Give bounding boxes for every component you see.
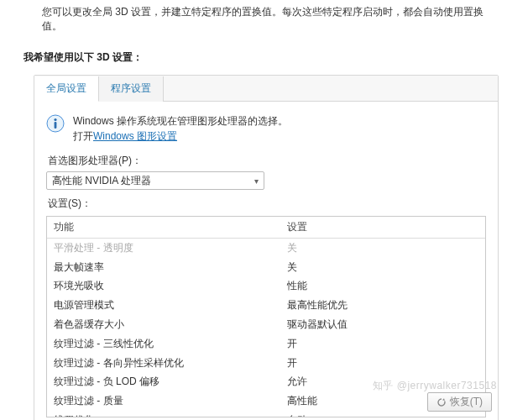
tab-body-global: Windows 操作系统现在管理图形处理器的选择。 打开Windows 图形设置… [34,102,498,420]
tabs: 全局设置 程序设置 [34,76,498,102]
section-heading: 我希望使用以下 3D 设置： [0,45,507,75]
windows-graphics-settings-link[interactable]: Windows 图形设置 [93,130,177,142]
row-feature: 纹理过滤 - 负 LOD 偏移 [54,375,287,389]
col-value: 设置 [287,220,478,234]
restore-button[interactable]: 恢复(T) [427,392,492,412]
row-value: 最高性能优先 [287,298,478,312]
row-feature: 着色器缓存大小 [54,318,287,332]
info-text: Windows 操作系统现在管理图形处理器的选择。 打开Windows 图形设置 [73,113,288,144]
table-row[interactable]: 纹理过滤 - 质量高性能 [47,391,485,411]
row-feature: 最大帧速率 [54,260,287,275]
table-row[interactable]: 纹理过滤 - 三线性优化开 [47,334,485,354]
settings-panel: 全局设置 程序设置 Windows 操作系统现在管理图形处理器的选择。 打开Wi… [34,75,499,420]
row-feature: 平滑处理 - 透明度 [54,241,287,255]
row-feature: 线程优化 [54,413,287,417]
restore-button-label: 恢复(T) [450,395,483,409]
table-row[interactable]: 纹理过滤 - 各向异性采样优化开 [47,354,485,373]
intro-text: 您可以更改全局 3D 设置，并建立特定程序的置换值。每次这些特定程序启动时，都会… [0,0,507,45]
footer: 恢复(T) [427,392,492,412]
info-line1: Windows 操作系统现在管理图形处理器的选择。 [73,113,288,129]
row-value: 开 [287,337,478,351]
col-feature: 功能 [54,220,287,234]
row-value: 关 [287,241,478,255]
tab-program[interactable]: 程序设置 [99,76,164,102]
row-feature: 环境光吸收 [54,279,287,293]
restore-icon [436,397,447,407]
table-row[interactable]: 平滑处理 - 透明度关 [47,239,485,258]
chevron-down-icon: ▾ [254,176,259,186]
info-icon [46,114,65,135]
settings-label: 设置(S)： [48,197,484,211]
preferred-gpu-select[interactable]: 高性能 NVIDIA 处理器 ▾ [46,171,264,190]
info-link-prefix: 打开 [73,130,93,142]
row-feature: 纹理过滤 - 各向异性采样优化 [54,356,287,370]
table-row[interactable]: 线程优化自动 [47,411,485,417]
row-feature: 电源管理模式 [54,298,287,312]
row-value: 驱动器默认值 [287,318,478,332]
row-value: 关 [287,260,478,275]
row-feature: 纹理过滤 - 三线性优化 [54,337,287,351]
table-row[interactable]: 环境光吸收性能 [47,276,485,296]
row-value: 自动 [287,413,478,417]
info-row: Windows 操作系统现在管理图形处理器的选择。 打开Windows 图形设置 [46,113,486,144]
table-row[interactable]: 着色器缓存大小驱动器默认值 [47,315,485,334]
table-row[interactable]: 最大帧速率关 [47,258,485,277]
table-row[interactable]: 电源管理模式最高性能优先 [47,296,485,315]
svg-point-1 [54,118,56,121]
watermark: 知乎 @jerrywalker731518 [373,379,497,393]
svg-rect-2 [55,122,57,129]
settings-table-header: 功能 设置 [47,217,485,239]
row-value: 开 [287,356,478,370]
preferred-gpu-value: 高性能 NVIDIA 处理器 [52,174,151,188]
row-feature: 纹理过滤 - 质量 [54,394,287,408]
tab-global[interactable]: 全局设置 [34,76,99,102]
preferred-gpu-label: 首选图形处理器(P)： [48,154,484,168]
row-value: 性能 [287,279,478,293]
